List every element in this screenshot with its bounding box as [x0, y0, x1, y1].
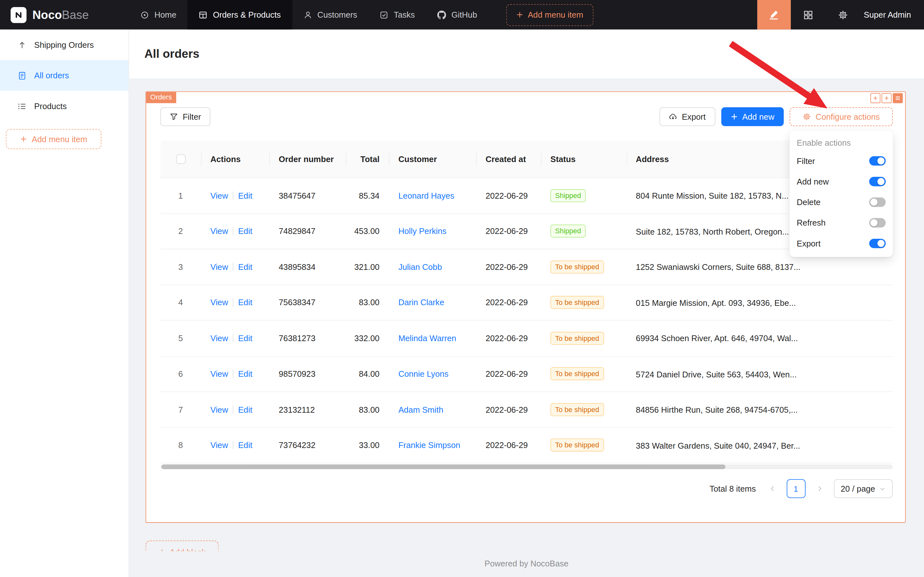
- export-button[interactable]: Export: [659, 107, 715, 126]
- orders-table: Actions Order number Total Customer Crea…: [160, 140, 893, 463]
- customer-link[interactable]: Melinda Warren: [398, 334, 457, 343]
- page-size-select[interactable]: 20 / page: [834, 479, 893, 498]
- edit-link[interactable]: Edit: [238, 369, 252, 378]
- sidebar-item-products[interactable]: Products: [0, 91, 128, 122]
- add-block-icon[interactable]: [882, 93, 892, 103]
- github-icon: [437, 10, 446, 19]
- user-menu[interactable]: Super Admin: [860, 10, 924, 19]
- edit-link[interactable]: Edit: [238, 227, 252, 236]
- divider: [233, 263, 233, 271]
- nav-item-orders-products[interactable]: Orders & Products: [188, 0, 292, 29]
- customer-link[interactable]: Darin Clarke: [398, 298, 444, 307]
- total: 321.00: [346, 249, 389, 284]
- order-number: 43895834: [269, 249, 346, 284]
- home-icon: [140, 10, 149, 19]
- order-number: 38475647: [269, 178, 346, 213]
- plugin-manager-button[interactable]: [791, 0, 826, 29]
- settings-button[interactable]: [826, 0, 860, 29]
- add-new-toggle[interactable]: [869, 177, 885, 186]
- add-new-button[interactable]: Add new: [721, 107, 784, 126]
- prev-page-button[interactable]: [763, 479, 782, 498]
- address: 84856 Hirthe Run, Suite 268, 94754-6705,…: [626, 392, 893, 427]
- nav-item-github[interactable]: GitHub: [426, 0, 488, 29]
- customer-link[interactable]: Frankie Simpson: [398, 440, 460, 450]
- table-row: 6 ViewEdit 98570923 84.00 Connie Lyons 2…: [160, 356, 893, 392]
- customer-link[interactable]: Connie Lyons: [398, 369, 449, 378]
- filter-button[interactable]: Filter: [160, 107, 211, 126]
- refresh-toggle[interactable]: [869, 218, 885, 227]
- sidebar-item-shipping-orders[interactable]: Shipping Orders: [0, 29, 128, 60]
- table-row: 8 ViewEdit 73764232 33.00 Frankie Simpso…: [160, 428, 893, 463]
- add-column-icon[interactable]: [871, 93, 881, 103]
- sidebar-item-all-orders[interactable]: All orders: [0, 60, 128, 91]
- sidebar-add-menu-item-button[interactable]: Add menu item: [6, 129, 101, 149]
- divider: [233, 441, 233, 449]
- order-number: 76381273: [269, 321, 346, 356]
- app-window: NocoBase Home Orders & Products Customer…: [0, 0, 924, 577]
- add-block-container: Add block: [146, 540, 219, 551]
- nav-item-tasks[interactable]: Tasks: [368, 0, 426, 29]
- status-badge: To be shipped: [551, 332, 604, 345]
- total: 85.34: [346, 178, 389, 213]
- edit-link[interactable]: Edit: [238, 191, 252, 200]
- row-index: 2: [160, 214, 201, 249]
- address: 015 Margie Mission, Apt. 093, 34936, Ebe…: [626, 285, 893, 320]
- customer-link[interactable]: Adam Smith: [398, 405, 443, 414]
- status-badge: To be shipped: [551, 367, 604, 380]
- toggle-item-add-new[interactable]: Add new: [790, 171, 893, 192]
- customers-icon: [303, 10, 312, 19]
- total: 453.00: [346, 214, 389, 249]
- divider: [233, 191, 233, 200]
- view-link[interactable]: View: [211, 191, 228, 200]
- toggle-item-export[interactable]: Export: [790, 233, 893, 253]
- row-index: 3: [160, 249, 201, 284]
- page-number-button[interactable]: 1: [786, 479, 805, 498]
- view-link[interactable]: View: [211, 405, 228, 414]
- toggle-item-delete[interactable]: Delete: [790, 192, 893, 212]
- divider: [233, 298, 233, 307]
- delete-toggle[interactable]: [869, 197, 885, 206]
- view-link[interactable]: View: [211, 334, 228, 343]
- configure-actions-button[interactable]: Configure actions: [790, 107, 893, 126]
- nav-right-cluster: Super Admin: [757, 0, 924, 29]
- view-link[interactable]: View: [211, 298, 228, 307]
- pagination-total: Total 8 items: [709, 484, 755, 493]
- edit-link[interactable]: Edit: [238, 334, 252, 343]
- export-toggle[interactable]: [869, 239, 885, 248]
- customer-link[interactable]: Julian Cobb: [398, 262, 442, 271]
- view-link[interactable]: View: [211, 440, 228, 450]
- cloud-download-icon: [669, 113, 677, 121]
- row-index: 6: [160, 356, 201, 391]
- content-area: Orders Filter Export: [129, 78, 924, 577]
- nav-item-customers[interactable]: Customers: [292, 0, 368, 29]
- edit-link[interactable]: Edit: [238, 298, 252, 307]
- next-page-button[interactable]: [810, 479, 829, 498]
- order-number: 98570923: [269, 356, 346, 391]
- edit-link[interactable]: Edit: [238, 440, 252, 450]
- total: 33.00: [346, 428, 389, 463]
- toggle-item-refresh[interactable]: Refresh: [790, 212, 893, 233]
- view-link[interactable]: View: [211, 262, 228, 271]
- add-block-button[interactable]: Add block: [146, 540, 219, 551]
- customer-link[interactable]: Leonard Hayes: [398, 191, 454, 200]
- nav-add-menu-item-button[interactable]: Add menu item: [506, 4, 593, 26]
- status-badge: Shipped: [551, 225, 586, 237]
- select-all-checkbox[interactable]: [176, 154, 185, 163]
- logo-text: NocoBase: [32, 8, 89, 21]
- nav-item-home[interactable]: Home: [129, 0, 187, 29]
- table-header: Actions Order number Total Customer Crea…: [160, 140, 893, 178]
- total: 332.00: [346, 321, 389, 356]
- created-at: 2022-06-29: [476, 249, 541, 284]
- ui-editor-button[interactable]: [757, 0, 791, 29]
- filter-toggle[interactable]: [869, 156, 885, 165]
- view-link[interactable]: View: [211, 227, 228, 236]
- toggle-item-filter[interactable]: Filter: [790, 150, 893, 171]
- view-link[interactable]: View: [211, 369, 228, 378]
- edit-link[interactable]: Edit: [238, 262, 252, 271]
- customer-link[interactable]: Holly Perkins: [398, 227, 447, 236]
- block-settings-icon[interactable]: [893, 93, 903, 103]
- scrollbar-thumb[interactable]: [161, 464, 725, 469]
- horizontal-scrollbar: [160, 464, 893, 469]
- edit-link[interactable]: Edit: [238, 405, 252, 414]
- col-total: Total: [346, 140, 389, 177]
